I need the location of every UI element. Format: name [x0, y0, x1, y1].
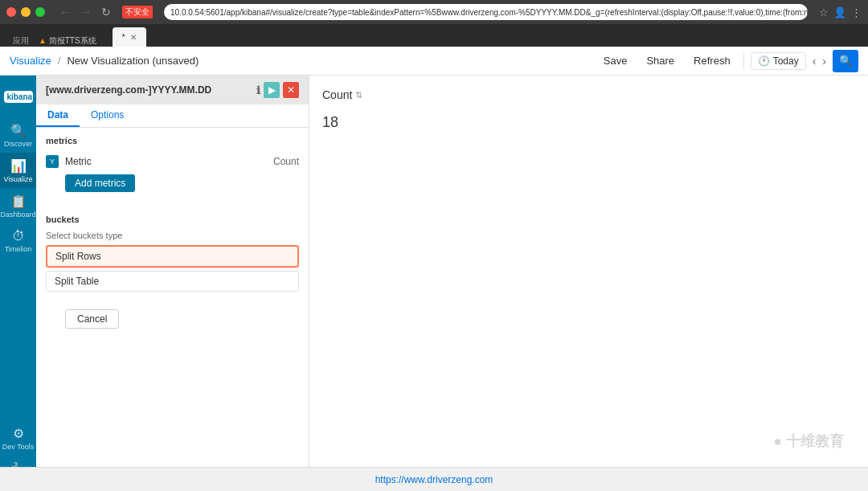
cancel-section: Cancel: [36, 303, 309, 335]
toolbar-right: Save Share Refresh 🕐 Today ‹ › 🔍: [597, 50, 858, 72]
kibana-logo[interactable]: kibana: [2, 82, 35, 111]
bottom-url: https://www.driverzeng.com: [375, 474, 493, 485]
sidebar-item-discover[interactable]: 🔍 Discover: [0, 117, 36, 153]
forward-arrow[interactable]: →: [77, 4, 95, 20]
remove-button[interactable]: ✕: [283, 82, 299, 98]
panel-tabs: Data Options: [36, 104, 309, 128]
toolbar-left: Visualize / New Visualization (unsaved): [10, 55, 591, 67]
buckets-section: buckets Select buckets type Split Rows S…: [36, 207, 309, 303]
today-button[interactable]: 🕐 Today: [751, 52, 806, 70]
tab-options[interactable]: Options: [80, 104, 135, 127]
search-button[interactable]: 🔍: [833, 50, 858, 72]
bookmark-icon[interactable]: ☆: [819, 6, 829, 18]
sidebar: kibana 🔍 Discover 📊 Visualize 📋 Dashboar…: [0, 76, 36, 491]
tab-label: *: [122, 32, 125, 42]
panel-header: [www.driverzeng.com-]YYYY.MM.DD ℹ ▶ ✕: [36, 76, 309, 104]
metric-name: Metric: [65, 156, 267, 167]
count-value: 18: [322, 114, 855, 131]
dashboard-label: Dashboard: [0, 211, 35, 219]
address-text: 10.0.0.54:5601/app/kibana#/visualize/cre…: [170, 8, 808, 17]
main-layout: kibana 🔍 Discover 📊 Visualize 📋 Dashboar…: [0, 76, 868, 491]
watermark: ● 十维教育: [773, 432, 844, 451]
reload-arrow[interactable]: ↻: [98, 4, 114, 20]
sidebar-item-timelion[interactable]: ⏱ Timelion: [0, 223, 36, 259]
right-panel: Count ⇅ 18 Export: Raw ⬇ Formatted ⬇: [309, 76, 868, 491]
metric-icon: Y: [46, 155, 59, 168]
sidebar-item-dashboard[interactable]: 📋 Dashboard: [0, 188, 36, 223]
devtools-label: Dev Tools: [2, 443, 34, 451]
tab-data[interactable]: Data: [36, 104, 80, 127]
security-badge: 不安全: [122, 6, 153, 18]
back-arrow[interactable]: ←: [56, 4, 74, 20]
active-tab[interactable]: * ✕: [113, 27, 146, 47]
sidebar-item-devtools[interactable]: ⚙ Dev Tools: [0, 420, 36, 456]
metric-row: Y Metric Count: [46, 152, 299, 171]
left-panel: [www.driverzeng.com-]YYYY.MM.DD ℹ ▶ ✕ Da…: [36, 76, 309, 491]
apps-label: 应用: [13, 35, 29, 47]
next-time-button[interactable]: ›: [822, 55, 826, 68]
close-btn[interactable]: [6, 7, 16, 17]
discover-label: Discover: [4, 140, 32, 148]
content-area: [www.driverzeng.com-]YYYY.MM.DD ℹ ▶ ✕ Da…: [36, 76, 868, 491]
visualize-link[interactable]: Visualize: [10, 55, 51, 67]
metrics-title: metrics: [46, 136, 299, 145]
discover-icon: 🔍: [10, 123, 27, 138]
profile-icon[interactable]: 👤: [833, 6, 846, 18]
panel-header-actions: ▶ ✕: [264, 82, 299, 98]
index-pattern-label: [www.driverzeng.com-]YYYY.MM.DD: [46, 84, 211, 96]
tab-close-icon[interactable]: ✕: [130, 33, 137, 42]
prev-time-button[interactable]: ‹: [813, 55, 817, 68]
timelion-icon: ⏱: [12, 229, 25, 243]
browser-chrome: ← → ↻ 不安全 10.0.0.54:5601/app/kibana#/vis…: [0, 0, 868, 24]
page-title: New Visualization (unsaved): [67, 55, 199, 67]
count-label: Count: [322, 88, 352, 101]
timelion-label: Timelion: [5, 245, 32, 253]
plugin-label: ▲ 简报TTS系统: [39, 35, 96, 47]
toolbar: Visualize / New Visualization (unsaved) …: [0, 47, 868, 76]
count-header: Count ⇅: [322, 88, 855, 101]
devtools-icon: ⚙: [13, 426, 24, 441]
browser-icons: ☆ 👤 ⋮: [819, 6, 862, 18]
refresh-button[interactable]: Refresh: [687, 51, 737, 70]
buckets-title: buckets: [46, 215, 299, 224]
sidebar-item-visualize[interactable]: 📊 Visualize: [0, 153, 36, 188]
count-sort-icon[interactable]: ⇅: [355, 90, 362, 100]
tab-bar: 应用 ▲ 简报TTS系统 * ✕: [0, 24, 868, 47]
visualize-label: Visualize: [4, 175, 33, 183]
dashboard-icon: 📋: [10, 194, 27, 209]
save-button[interactable]: Save: [597, 51, 634, 70]
share-button[interactable]: Share: [640, 51, 681, 70]
metrics-section: metrics Y Metric Count Add metrics: [36, 128, 309, 207]
today-label: Today: [773, 55, 799, 67]
minimize-btn[interactable]: [21, 7, 31, 17]
split-rows-button[interactable]: Split Rows: [46, 245, 299, 268]
clock-icon: 🕐: [758, 55, 770, 67]
menu-icon[interactable]: ⋮: [851, 6, 862, 18]
maximize-btn[interactable]: [35, 7, 45, 17]
add-metrics-button[interactable]: Add metrics: [65, 174, 135, 192]
address-bar[interactable]: 10.0.0.54:5601/app/kibana#/visualize/cre…: [164, 4, 808, 20]
cancel-button[interactable]: Cancel: [65, 309, 119, 329]
toolbar-divider: [743, 53, 744, 69]
breadcrumb-sep: /: [58, 55, 61, 67]
play-button[interactable]: ▶: [264, 82, 280, 98]
browser-nav: ← → ↻: [56, 4, 114, 20]
search-icon: 🔍: [839, 55, 853, 67]
kibana-wordmark: kibana: [4, 91, 33, 103]
info-icon: ℹ: [256, 84, 260, 96]
split-table-button[interactable]: Split Table: [46, 271, 299, 292]
visualize-icon: 📊: [10, 158, 27, 174]
metric-type: Count: [273, 156, 299, 167]
bottom-bar: https://www.driverzeng.com: [0, 467, 868, 491]
select-buckets-label: Select buckets type: [46, 231, 299, 240]
